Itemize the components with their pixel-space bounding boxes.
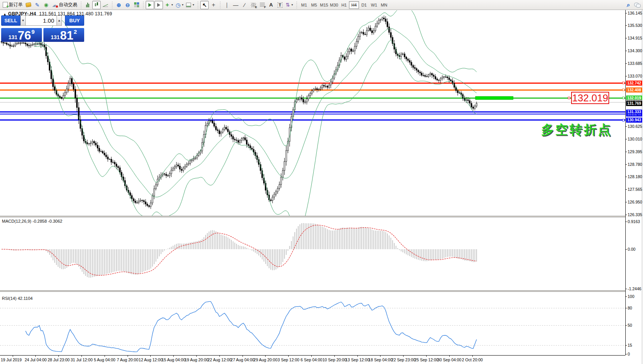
svg-text:12 Aug 12:00: 12 Aug 12:00 [139, 357, 163, 362]
svg-text:80: 80 [628, 306, 632, 310]
svg-text:15: 15 [628, 343, 632, 347]
svg-text:131.769: 131.769 [627, 101, 641, 106]
svg-text:126.950: 126.950 [628, 200, 642, 204]
svg-text:0.00: 0.00 [628, 247, 636, 251]
buy-price-prefix: 131 [51, 34, 60, 40]
buy-price-panel[interactable]: 131 81 2 [43, 28, 84, 42]
panel-frame [0, 10, 642, 364]
green-highlight-marker [475, 96, 513, 99]
annotation-text: 多空转折点 [541, 121, 612, 139]
svg-text:2 Oct 20:00: 2 Oct 20:00 [462, 357, 483, 362]
svg-text:29 Aug 20:00: 29 Aug 20:00 [254, 357, 277, 362]
svg-text:15 Aug 04:00: 15 Aug 04:00 [162, 357, 186, 362]
price-badge: 132.408 [626, 88, 642, 93]
svg-text:30 Sep 04:00: 30 Sep 04:00 [437, 357, 462, 362]
price-badge: 131.769 [626, 101, 642, 106]
chart-canvas: 136.145135.530134.915134.300133.685133.0… [0, 0, 643, 364]
svg-text:131.333: 131.333 [627, 110, 641, 114]
macd-axis: 0.91630.00-1.2446 [625, 219, 641, 291]
svg-text:100: 100 [628, 294, 635, 299]
svg-text:-1.2446: -1.2446 [628, 286, 641, 291]
volume-input[interactable] [26, 15, 56, 26]
svg-text:24 Jul 04:00: 24 Jul 04:00 [25, 357, 47, 362]
svg-text:126.335: 126.335 [628, 212, 642, 217]
sell-price-pip: 9 [32, 28, 35, 35]
svg-text:19 Jul 2019: 19 Jul 2019 [1, 357, 22, 362]
svg-text:6 Sep 04:00: 6 Sep 04:00 [301, 357, 322, 362]
price-badge: 130.943 [626, 117, 642, 122]
sell-price-panel[interactable]: 131 76 9 [1, 28, 42, 42]
rsi-label: RSI(14) 42.1104 [2, 296, 33, 301]
rsi-line [26, 301, 477, 352]
rsi-levels [0, 308, 625, 346]
svg-text:22 Sep 23:00: 22 Sep 23:00 [391, 357, 415, 362]
svg-text:130.625: 130.625 [628, 124, 642, 129]
svg-text:18 Sep 04:00: 18 Sep 04:00 [369, 357, 393, 362]
volume-increase-button[interactable]: ▲ [56, 15, 62, 26]
svg-text:25 Sep 12:00: 25 Sep 12:00 [414, 357, 439, 362]
svg-text:128.180: 128.180 [628, 174, 642, 179]
svg-text:130.010: 130.010 [628, 137, 642, 141]
svg-text:13 Sep 12:00: 13 Sep 12:00 [346, 357, 370, 362]
svg-text:132.742: 132.742 [627, 81, 641, 85]
buy-button[interactable]: BUY [65, 15, 84, 26]
buy-price-pip: 2 [74, 28, 77, 35]
sell-button[interactable]: SELL [1, 15, 20, 26]
chart-area[interactable]: 136.145135.530134.915134.300133.685133.0… [0, 0, 643, 364]
macd-values: -0.2858 -0.3062 [32, 219, 62, 223]
svg-text:0.9163: 0.9163 [628, 219, 640, 224]
rsi-axis: 1008050150 [625, 294, 635, 356]
svg-text:132.019: 132.019 [627, 96, 641, 100]
rsi-value: 42.1104 [18, 296, 33, 301]
svg-text:3 Sep 12:00: 3 Sep 12:00 [277, 357, 299, 362]
time-axis: 19 Jul 201924 Jul 04:0028 Jul 23:0031 Ju… [1, 355, 483, 362]
svg-text:130.943: 130.943 [627, 118, 641, 122]
svg-text:5 Aug 04:00: 5 Aug 04:00 [94, 357, 115, 362]
price-badge: 131.333 [626, 109, 642, 114]
svg-text:19 Aug 20:00: 19 Aug 20:00 [184, 357, 208, 362]
svg-text:136.145: 136.145 [628, 11, 642, 15]
one-click-trading-panel: SELL ▼ ▲ BUY 131 76 9 131 81 2 [1, 15, 84, 42]
svg-text:28 Jul 23:00: 28 Jul 23:00 [48, 357, 70, 362]
sell-price-big: 76 [18, 30, 31, 41]
svg-text:132.408: 132.408 [627, 88, 641, 92]
price-badge: 132.742 [626, 81, 642, 86]
svg-text:128.780: 128.780 [628, 162, 642, 167]
callout-anchor [568, 97, 570, 99]
svg-text:127.565: 127.565 [628, 187, 642, 192]
macd-label: MACD(12,26,9) -0.2858 -0.3062 [2, 219, 62, 223]
svg-text:50: 50 [628, 323, 632, 328]
svg-text:31 Jul 12:00: 31 Jul 12:00 [71, 357, 93, 362]
volume-decrease-button[interactable]: ▼ [20, 15, 26, 26]
buy-price-big: 81 [60, 30, 73, 41]
svg-text:134.300: 134.300 [628, 48, 642, 53]
svg-text:129.395: 129.395 [628, 149, 642, 154]
svg-text:27 Aug 04:00: 27 Aug 04:00 [231, 357, 254, 362]
svg-text:134.915: 134.915 [628, 36, 642, 40]
macd-signal-line [2, 225, 477, 275]
sell-price-prefix: 131 [8, 34, 17, 40]
application-window: 新订单 ✎ ◉ ☁ 自动交易 ⊕ ⊖ ＋▾ ◷▾ [0, 0, 643, 364]
svg-text:10 Sep 20:00: 10 Sep 20:00 [322, 357, 347, 362]
horizontal-lines [0, 82, 625, 121]
svg-text:133.070: 133.070 [628, 74, 642, 78]
price-callout-box[interactable]: 132.019 [571, 92, 609, 104]
svg-text:22 Aug 12:00: 22 Aug 12:00 [208, 357, 231, 362]
svg-text:0: 0 [628, 352, 630, 356]
svg-text:135.530: 135.530 [628, 23, 642, 28]
macd-histogram [1, 223, 477, 278]
svg-text:7 Aug 20:00: 7 Aug 20:00 [117, 357, 138, 362]
price-badge: 132.019 [626, 96, 642, 101]
svg-text:133.685: 133.685 [628, 61, 642, 66]
